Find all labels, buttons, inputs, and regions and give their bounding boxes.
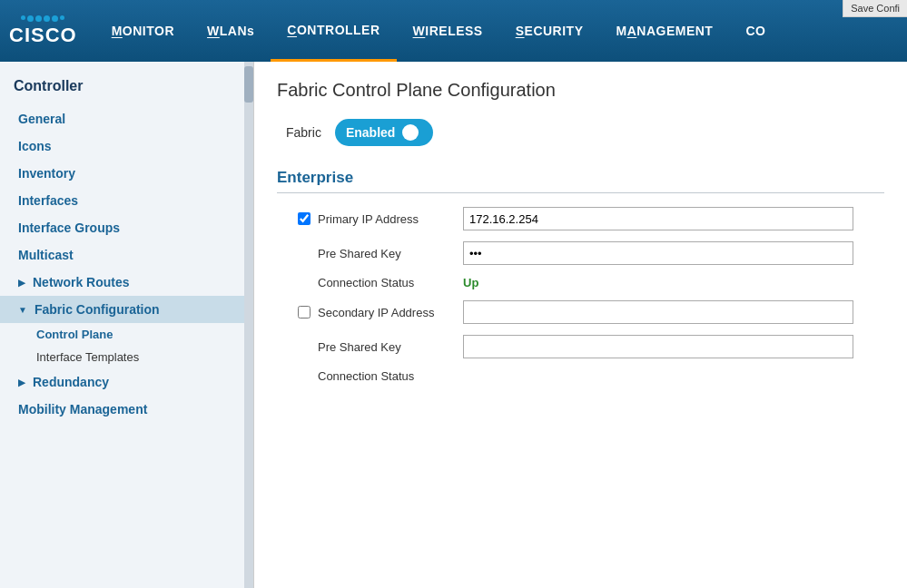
sidebar-item-redundancy[interactable]: Redundancy — [0, 368, 253, 396]
pre-shared-key-2-label: Pre Shared Key — [318, 340, 463, 354]
secondary-ip-checkbox-col — [291, 306, 318, 318]
cisco-dots — [21, 15, 64, 22]
nav-security[interactable]: SECURITY — [499, 0, 600, 62]
cisco-logo-text: CISCO — [9, 24, 77, 47]
sidebar-scrollbar[interactable] — [244, 62, 253, 588]
primary-ip-checkbox[interactable] — [298, 212, 311, 225]
sidebar-title: Controller — [0, 71, 253, 105]
nav-co[interactable]: CO — [729, 0, 782, 62]
sidebar-item-mobility-management[interactable]: Mobility Management — [0, 396, 253, 423]
sidebar-item-general[interactable]: General — [0, 105, 253, 132]
secondary-ip-row: Secondary IP Address — [277, 300, 884, 324]
connection-status-2-label: Connection Status — [318, 369, 463, 383]
connection-status-2-row: Connection Status — [277, 369, 884, 383]
pre-shared-key-2-row: Pre Shared Key — [277, 335, 884, 358]
nav-management[interactable]: MANAGEMENT — [600, 0, 730, 62]
top-nav: MONITOR WLANs CONTROLLER WIRELESS SECURI… — [95, 0, 898, 62]
secondary-ip-input[interactable] — [463, 300, 853, 324]
dot3 — [35, 15, 42, 22]
pre-shared-key-1-input[interactable] — [463, 241, 853, 265]
cisco-logo: CISCO — [9, 15, 77, 47]
save-config-button[interactable]: Save Confi — [843, 0, 907, 17]
sidebar-item-network-routes[interactable]: Network Routes — [0, 269, 253, 296]
dot2 — [27, 15, 34, 22]
toggle-label: Enabled — [346, 125, 395, 140]
top-bar: CISCO MONITOR WLANs CONTROLLER WIRELESS … — [0, 0, 907, 62]
primary-ip-row: Primary IP Address — [277, 207, 884, 230]
section-enterprise-title: Enterprise — [277, 169, 884, 193]
pre-shared-key-1-row: Pre Shared Key — [277, 241, 884, 265]
fabric-label: Fabric — [286, 125, 321, 140]
sidebar-item-inventory[interactable]: Inventory — [0, 160, 253, 187]
secondary-ip-label: Secondary IP Address — [318, 306, 463, 319]
pre-shared-key-1-label: Pre Shared Key — [318, 247, 463, 260]
nav-monitor[interactable]: MONITOR — [95, 0, 191, 62]
connection-status-1-label: Connection Status — [318, 276, 463, 289]
content-area: Fabric Control Plane Configuration Fabri… — [254, 62, 907, 588]
nav-controller[interactable]: CONTROLLER — [271, 0, 396, 62]
pre-shared-key-2-input[interactable] — [463, 335, 853, 358]
primary-ip-input[interactable] — [463, 207, 853, 230]
primary-ip-label: Primary IP Address — [318, 212, 463, 226]
connection-status-1-row: Connection Status Up — [277, 276, 884, 289]
nav-wireless[interactable]: WIRELESS — [397, 0, 499, 62]
connection-status-1-value: Up — [463, 276, 478, 289]
sidebar: Controller General Icons Inventory Inter… — [0, 62, 254, 588]
sidebar-scrollbar-thumb[interactable] — [244, 66, 253, 103]
nav-wlans[interactable]: WLANs — [191, 0, 271, 62]
page-title: Fabric Control Plane Configuration — [277, 80, 884, 101]
sidebar-item-multicast[interactable]: Multicast — [0, 241, 253, 269]
sidebar-sub-interface-templates[interactable]: Interface Templates — [0, 346, 253, 368]
main-layout: Controller General Icons Inventory Inter… — [0, 62, 907, 588]
sidebar-item-fabric-configuration[interactable]: Fabric Configuration — [0, 296, 253, 323]
dot6 — [60, 15, 64, 20]
sidebar-item-interface-groups[interactable]: Interface Groups — [0, 214, 253, 241]
toggle-circle — [402, 124, 419, 141]
dot1 — [21, 15, 25, 20]
sidebar-item-interfaces[interactable]: Interfaces — [0, 187, 253, 214]
fabric-row: Fabric Enabled — [277, 119, 884, 146]
sidebar-item-icons[interactable]: Icons — [0, 132, 253, 160]
sidebar-sub-control-plane[interactable]: Control Plane — [0, 323, 253, 346]
dot4 — [44, 15, 50, 22]
dot5 — [52, 15, 58, 22]
secondary-ip-checkbox[interactable] — [298, 306, 311, 318]
primary-ip-checkbox-col — [291, 212, 318, 225]
fabric-toggle-button[interactable]: Enabled — [335, 119, 433, 146]
